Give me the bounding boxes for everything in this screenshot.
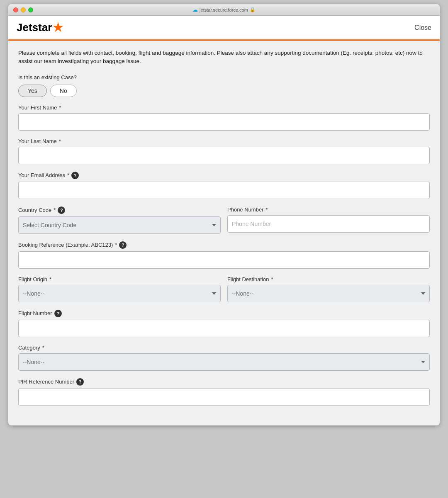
form-container: Please complete all fields with contact,… [8, 41, 440, 425]
email-help-icon[interactable]: ? [71, 172, 79, 179]
email-section: Your Email Address* ? [18, 172, 430, 199]
existing-case-label: Is this an existing Case? [18, 74, 430, 80]
logo-text: Jetstar [17, 21, 52, 34]
booking-reference-section: Booking Reference (Example: ABC123)* ? [18, 241, 430, 269]
last-name-input[interactable] [18, 147, 430, 164]
phone-number-label: Phone Number* [227, 206, 430, 213]
window-minimize-button[interactable] [21, 7, 26, 12]
pir-reference-section: PIR Reference Number ? [18, 378, 430, 406]
phone-number-input[interactable] [227, 215, 430, 233]
country-code-section: Country Code* ? Select Country Code [18, 206, 221, 234]
flight-origin-section: Flight Origin* --None-- [18, 276, 221, 302]
title-bar: ☁ jetstar.secure.force.com 🔒 [8, 4, 440, 16]
pir-reference-help-icon[interactable]: ? [76, 378, 84, 386]
booking-reference-input[interactable] [18, 251, 430, 269]
window-maximize-button[interactable] [28, 7, 33, 12]
flight-destination-select[interactable]: --None-- [227, 285, 430, 302]
lock-icon: 🔒 [250, 7, 256, 12]
category-section: Category* --None-- [18, 345, 430, 371]
first-name-input[interactable] [18, 113, 430, 131]
traffic-lights [13, 7, 33, 12]
category-select[interactable]: --None-- [18, 353, 430, 371]
salesforce-icon: ☁ [192, 7, 198, 13]
flight-number-label: Flight Number ? [18, 310, 430, 317]
flight-destination-label: Flight Destination* [227, 276, 430, 282]
pir-reference-input[interactable] [18, 388, 430, 406]
app-header: Jetstar★ Close [8, 16, 440, 41]
url-bar: ☁ jetstar.secure.force.com 🔒 [192, 7, 256, 13]
app-window: ☁ jetstar.secure.force.com 🔒 Jetstar★ Cl… [8, 4, 440, 425]
last-name-label: Your Last Name* [18, 138, 430, 144]
flight-destination-section: Flight Destination* --None-- [227, 276, 430, 302]
existing-case-toggle-group: Yes No [18, 85, 430, 97]
window-close-button[interactable] [13, 7, 18, 12]
intro-text: Please complete all fields with contact,… [18, 49, 430, 66]
existing-case-section: Is this an existing Case? Yes No [18, 74, 430, 97]
flight-number-help-icon[interactable]: ? [54, 310, 62, 317]
country-code-label: Country Code* ? [18, 206, 221, 214]
logo: Jetstar★ [17, 21, 63, 34]
country-code-help-icon[interactable]: ? [58, 206, 65, 214]
booking-reference-help-icon[interactable]: ? [119, 241, 127, 249]
first-name-section: Your First Name* [18, 104, 430, 131]
country-code-select[interactable]: Select Country Code [18, 216, 221, 234]
pir-reference-label: PIR Reference Number ? [18, 378, 430, 386]
no-button[interactable]: No [50, 85, 77, 97]
flight-origin-label: Flight Origin* [18, 276, 221, 282]
booking-reference-label: Booking Reference (Example: ABC123)* ? [18, 241, 430, 249]
last-name-section: Your Last Name* [18, 138, 430, 164]
close-button[interactable]: Close [414, 24, 431, 32]
yes-button[interactable]: Yes [18, 85, 47, 97]
flight-number-input[interactable] [18, 320, 430, 337]
flight-origin-select[interactable]: --None-- [18, 285, 221, 302]
first-name-label: Your First Name* [18, 104, 430, 111]
email-label: Your Email Address* ? [18, 172, 430, 179]
email-input[interactable] [18, 182, 430, 199]
phone-row: Country Code* ? Select Country Code Phon… [18, 206, 430, 234]
flight-number-section: Flight Number ? [18, 310, 430, 337]
phone-number-section: Phone Number* [227, 206, 430, 234]
flight-row: Flight Origin* --None-- Flight Destinati… [18, 276, 430, 302]
url-text: jetstar.secure.force.com [200, 7, 248, 12]
logo-star: ★ [53, 21, 63, 34]
category-label: Category* [18, 345, 430, 351]
